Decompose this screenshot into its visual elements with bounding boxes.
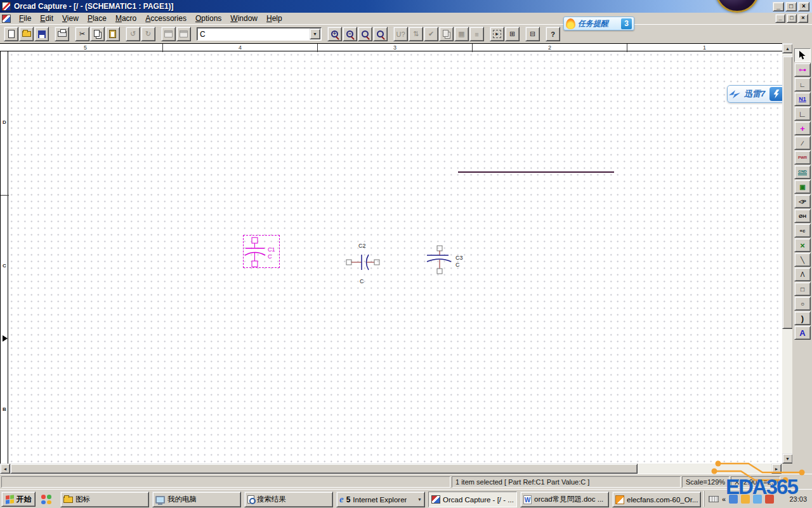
snap-to-grid-button[interactable]: ▸ xyxy=(490,27,504,41)
place-hier-port-button[interactable]: ◁P xyxy=(794,194,811,208)
menu-place[interactable]: Place xyxy=(83,13,111,23)
horizontal-scroll-thumb[interactable] xyxy=(10,464,638,474)
menu-window[interactable]: Window xyxy=(226,13,262,23)
cut-button[interactable]: ✂ xyxy=(75,27,89,41)
polyline-icon: Λ xyxy=(801,271,805,278)
xunlei-float-button[interactable]: 迅雷7 xyxy=(727,85,782,103)
child-close-button[interactable]: × xyxy=(798,14,808,23)
taskbar-item-search-results[interactable]: 搜索结果 xyxy=(244,491,333,507)
new-document-button[interactable] xyxy=(4,27,18,41)
tray-app-icon[interactable] xyxy=(729,495,738,504)
zoom-out-button[interactable]: − xyxy=(343,27,357,41)
tray-app-icon[interactable] xyxy=(741,495,750,504)
quick-launch-icon[interactable] xyxy=(39,493,53,506)
place-part-button[interactable]: ⊶ xyxy=(794,63,811,77)
capacitor-c1-selected[interactable]: C1 C xyxy=(243,235,280,268)
copy-button[interactable] xyxy=(90,27,105,41)
place-ground-button[interactable]: GND xyxy=(794,165,811,179)
text-tool-icon: A xyxy=(799,328,805,338)
place-hier-pin-button[interactable]: ØH xyxy=(794,209,811,223)
taskbar-item-word-doc[interactable]: W orcad常見問題.doc ... xyxy=(520,491,609,507)
place-arc-button[interactable]: ) xyxy=(794,311,811,325)
taskbar-item-folder[interactable]: 图标 xyxy=(60,491,149,507)
scroll-up-button[interactable]: ▲ xyxy=(782,43,793,53)
part-reference: C1 xyxy=(268,246,275,253)
place-net-alias-button[interactable]: N1 xyxy=(794,92,811,106)
place-polyline-button[interactable]: Λ xyxy=(794,267,811,281)
keyboard-layout-icon[interactable] xyxy=(709,496,719,502)
place-wire-button[interactable]: ∟ xyxy=(794,77,811,91)
hierarchy-icon: ⊟ xyxy=(530,30,535,38)
zone-divider xyxy=(627,44,627,52)
save-document-button[interactable] xyxy=(34,27,49,41)
scroll-right-button[interactable]: ► xyxy=(771,464,782,474)
no-connect-icon: × xyxy=(800,241,805,250)
taskbar-group-internet-explorer[interactable]: e 5 Internet Explorer ▼ xyxy=(336,491,425,507)
menu-view[interactable]: View xyxy=(58,13,83,23)
open-document-button[interactable] xyxy=(19,27,34,41)
scroll-down-button[interactable]: ▼ xyxy=(782,453,793,464)
page-border-top-ruler: 5 4 3 2 1 xyxy=(0,43,782,51)
scroll-left-button[interactable]: ◄ xyxy=(0,464,10,474)
schematic-line[interactable] xyxy=(458,171,614,173)
part-search-combo[interactable]: C ▼ xyxy=(197,27,322,41)
zone-label: 3 xyxy=(393,44,396,51)
schematic-canvas[interactable]: 5 4 3 2 1 D C B xyxy=(0,43,782,464)
vertical-scrollbar[interactable]: ▲ ▼ xyxy=(782,43,793,464)
xunlei-download-button[interactable] xyxy=(769,87,782,101)
child-restore-button[interactable]: □ xyxy=(787,14,797,23)
vertical-scroll-thumb[interactable] xyxy=(782,56,793,329)
menu-macro[interactable]: Macro xyxy=(111,13,141,23)
task-label: elecfans.com-60_Or... xyxy=(627,496,698,504)
minimize-button[interactable]: _ xyxy=(773,2,784,11)
zone-divider xyxy=(472,44,473,52)
hierarchy-button[interactable]: ⊟ xyxy=(525,27,540,41)
taskbar-item-orcad-active[interactable]: Orcad Capture - [/ - ... xyxy=(428,491,517,507)
place-text-button[interactable]: A xyxy=(794,326,811,340)
zoom-in-button[interactable]: + xyxy=(327,27,342,41)
zoom-all-button[interactable] xyxy=(373,27,388,41)
place-bus-entry-button[interactable]: ∕ xyxy=(794,136,811,150)
tray-app-icon[interactable] xyxy=(753,495,762,504)
restore-button[interactable]: □ xyxy=(785,2,797,11)
place-no-connect-button[interactable]: × xyxy=(794,238,811,252)
capacitor-c2[interactable]: C2 C xyxy=(345,243,382,288)
paste-button[interactable] xyxy=(105,27,120,41)
place-rectangle-button[interactable]: □ xyxy=(794,282,811,296)
tray-app-icon[interactable] xyxy=(765,495,774,504)
capacitor-c3[interactable]: C3 C xyxy=(425,243,464,276)
zoom-area-button[interactable] xyxy=(358,27,372,41)
taskbar-item-elecfans[interactable]: elecfans.com-60_Or... xyxy=(612,491,701,507)
place-junction-button[interactable]: + xyxy=(794,121,811,135)
menu-accessories[interactable]: Accessories xyxy=(141,13,191,23)
combo-dropdown-button[interactable]: ▼ xyxy=(310,29,320,39)
junction-icon: + xyxy=(800,124,805,133)
taskbar-item-my-computer[interactable]: 我的电脑 xyxy=(152,491,241,507)
cursor-coordinates: X=2.90 Y=2.70 xyxy=(731,476,780,488)
place-power-button[interactable]: PWR xyxy=(794,150,811,164)
menu-help[interactable]: Help xyxy=(262,13,287,23)
menu-options[interactable]: Options xyxy=(191,13,226,23)
place-line-button[interactable]: ╲ xyxy=(794,253,811,267)
tray-collapse-chevron[interactable]: « xyxy=(722,495,726,503)
print-button[interactable] xyxy=(55,27,69,41)
help-button[interactable]: ? xyxy=(546,27,560,41)
qq-task-reminder-popup[interactable]: 任务提醒 3 xyxy=(563,17,634,30)
close-button[interactable]: × xyxy=(798,2,809,11)
paste-clipboard-icon xyxy=(109,30,116,38)
ellipse-icon: ○ xyxy=(801,300,804,307)
schematic-document-icon[interactable] xyxy=(2,15,11,23)
select-tool-button[interactable] xyxy=(794,48,811,62)
status-bar: 1 item selected [ Part Ref:C1 Part Value… xyxy=(0,474,812,489)
place-ellipse-button[interactable]: ○ xyxy=(794,297,811,311)
start-button[interactable]: 开始 xyxy=(1,491,36,507)
project-manager-button[interactable]: ⊞ xyxy=(505,27,520,41)
place-hier-block-button[interactable]: ▣ xyxy=(794,180,811,194)
child-minimize-button[interactable]: _ xyxy=(775,14,785,23)
menu-file[interactable]: File xyxy=(15,13,36,23)
horizontal-scrollbar[interactable]: ◄ ► xyxy=(0,464,782,474)
menu-edit[interactable]: Edit xyxy=(36,13,58,23)
place-bus-button[interactable]: ∟ xyxy=(794,107,811,121)
place-offpage-connector-button[interactable]: «c xyxy=(794,224,811,237)
capacitor-symbol xyxy=(345,254,382,273)
